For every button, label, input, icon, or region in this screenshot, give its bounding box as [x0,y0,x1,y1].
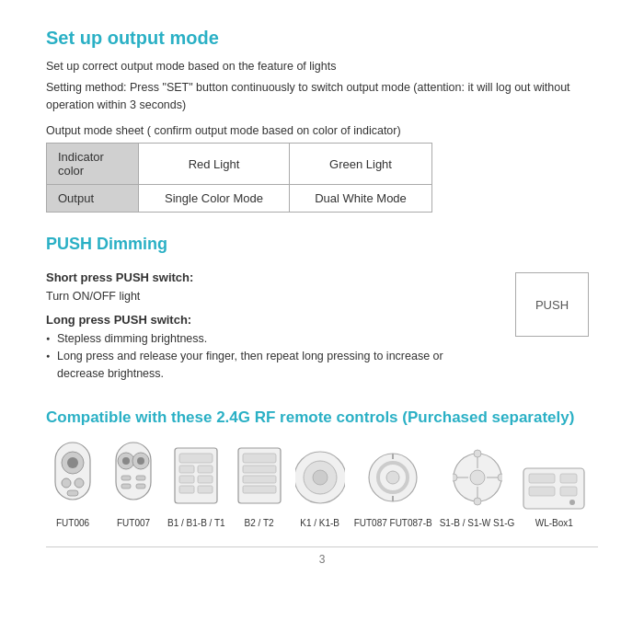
svg-point-4 [75,478,84,488]
remote-img-B2 [235,441,284,514]
svg-rect-27 [243,486,276,493]
svg-point-51 [569,500,575,505]
remote-label-FUT007: FUT007 [117,518,150,528]
svg-rect-18 [198,466,213,473]
svg-point-33 [386,471,399,484]
svg-rect-6 [116,443,151,500]
svg-point-45 [498,474,502,481]
remote-label-FUT006: FUT006 [56,518,89,528]
compat-title: Compatible with these 2.4G RF remote con… [46,408,598,428]
remote-row: FUT006 FUT007 [46,441,598,528]
short-press-body: Turn ON/OFF light [46,288,478,305]
remote-K1: K1 / K1-B [293,441,347,528]
svg-point-42 [474,450,481,457]
remote-img-FUT007 [109,441,158,514]
svg-rect-21 [179,486,194,493]
desc2: Setting method: Press "SET" button conti… [46,79,598,114]
svg-rect-50 [560,487,577,496]
push-section-title: PUSH Dimming [46,235,598,254]
table-cell-single-color: Single Color Mode [139,185,290,213]
svg-rect-47 [529,474,555,483]
remote-img-FUT006 [48,441,98,514]
svg-point-30 [313,470,328,485]
svg-rect-22 [198,486,213,493]
svg-rect-14 [136,484,145,489]
output-mode-table: Indicator color Red Light Green Light Ou… [46,143,432,213]
remote-label-WL: WL-Box1 [535,518,573,528]
svg-point-44 [453,474,457,481]
compat-section: Compatible with these 2.4G RF remote con… [46,408,598,528]
remote-img-B1 [171,441,221,514]
remote-img-FUT087 [368,441,418,514]
table-cell-red-light: Red Light [139,144,290,185]
push-label: PUSH [535,298,569,312]
remote-FUT087: FUT087 FUT087-B [354,441,432,528]
svg-rect-11 [121,476,131,480]
remote-img-S1 [453,441,502,514]
push-text-area: Short press PUSH switch: Turn ON/OFF lig… [46,263,478,382]
svg-point-8 [122,457,130,465]
remote-label-B2: B2 / T2 [245,518,274,528]
remote-S1: S1-B / S1-W S1-G [440,441,515,528]
remote-label-FUT087: FUT087 FUT087-B [354,518,432,528]
svg-rect-25 [243,466,276,473]
remote-label-B1: B1 / B1-B / T1 [167,518,225,528]
svg-point-2 [67,457,78,468]
remote-label-S1: S1-B / S1-W S1-G [440,518,515,528]
table-cell-green-light: Green Light [289,144,431,185]
svg-rect-16 [179,454,213,463]
table-cell-dual-white: Dual White Mode [289,185,431,213]
svg-rect-19 [179,476,194,483]
remote-FUT006: FUT006 [46,441,99,528]
remote-B2: B2 / T2 [233,441,286,528]
remote-img-K1 [295,441,345,514]
remote-WL: WL-Box1 [522,463,586,528]
remote-FUT007: FUT007 [107,441,160,528]
svg-rect-13 [121,484,131,489]
svg-rect-12 [136,476,145,480]
svg-rect-26 [243,476,276,483]
remote-B1: B1 / B1-B / T1 [167,441,225,528]
svg-point-37 [470,470,485,485]
table-cell-output-label: Output [47,185,139,213]
page-number: 3 [319,553,326,566]
push-dimming-section: Short press PUSH switch: Turn ON/OFF lig… [46,263,598,382]
table-label: Output mode sheet ( confirm output mode … [46,124,598,137]
push-list-item-2: Long press and release your finger, then… [46,348,478,383]
svg-rect-20 [198,476,213,483]
long-press-list: Stepless dimming brightness. Long press … [46,330,478,382]
desc1: Set up correct output mode based on the … [46,58,598,75]
push-box-area: PUSH [506,263,598,337]
svg-rect-24 [243,454,276,463]
svg-point-10 [137,457,144,465]
push-switch-diagram: PUSH [515,272,589,337]
svg-rect-49 [560,474,577,483]
svg-point-3 [62,478,71,488]
page-footer: 3 [46,546,598,566]
svg-rect-17 [179,466,194,473]
svg-rect-48 [529,487,555,496]
svg-rect-5 [67,490,78,496]
remote-label-K1: K1 / K1-B [300,518,339,528]
remote-img-WL [522,463,586,514]
short-press-label: Short press PUSH switch: [46,270,478,284]
long-press-label: Long press PUSH switch: [46,313,478,327]
table-cell-indicator-label: Indicator color [47,144,139,185]
svg-point-43 [474,498,481,505]
page-title: Set up output mode [46,28,598,49]
push-list-item-1: Stepless dimming brightness. [46,330,478,348]
